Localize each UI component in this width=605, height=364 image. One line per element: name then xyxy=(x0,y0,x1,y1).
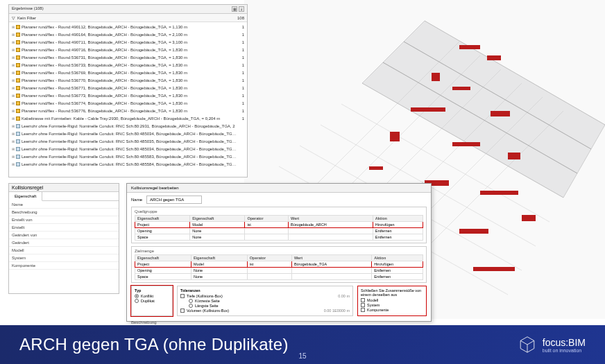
rule-row[interactable]: OpeningNoneEntfernen xyxy=(135,228,423,234)
result-count: 1 xyxy=(237,55,244,60)
result-count: 1 xyxy=(237,78,244,83)
results-list[interactable]: ⊞Planarer rund/flex - Round:490112, Büro… xyxy=(9,22,247,172)
filter-row[interactable]: ▽ Kein Filter 108 xyxy=(9,14,247,22)
svg-rect-31 xyxy=(459,229,488,234)
tolerance-box: Toleranzen Tiefe (Kollisions-Box) 0.00 m… xyxy=(177,286,353,316)
prop-value xyxy=(64,256,116,260)
radio-icon xyxy=(135,299,139,303)
result-row[interactable]: ⊞Planarer rund/flex - Round:536773, Büro… xyxy=(9,92,247,99)
warning-icon xyxy=(16,109,20,113)
property-row: Erstellt von xyxy=(9,216,119,224)
result-row[interactable]: ⊞Leerrohr ohne Formteile-Rigid: Nominell… xyxy=(9,153,247,160)
tab-eigenschaft[interactable]: Eigenschaft xyxy=(9,192,42,201)
warning-icon xyxy=(16,33,20,37)
export-icon[interactable]: ⤓ xyxy=(239,6,244,12)
result-text: Planarer rund/flex - Round:536731, Bürog… xyxy=(22,55,237,60)
result-row[interactable]: ⊞Planarer rund/flex - Round:490112, Büro… xyxy=(9,23,247,31)
result-row[interactable]: ⊞Planarer rund/flex - Round:536769, Büro… xyxy=(9,69,247,76)
result-row[interactable]: ⊞Leerrohr ohne Formteile-Rigid: Nominell… xyxy=(9,137,247,145)
result-count: 1 xyxy=(237,94,244,98)
tolerance-title: Toleranzen xyxy=(180,288,350,293)
chk-volume[interactable]: Volumen (Kollisions-Box) 0.00 1E0000 m xyxy=(180,309,350,313)
page-number: 15 xyxy=(298,352,306,360)
chk-system[interactable]: System xyxy=(361,303,423,307)
cube-icon xyxy=(16,124,20,128)
chk-depth[interactable]: Tiefe (Kollisions-Box) 0.00 m xyxy=(180,294,350,298)
radio-duplicate[interactable]: Duplikat xyxy=(135,299,169,303)
warning-icon xyxy=(16,78,20,83)
warning-icon xyxy=(16,101,20,105)
rule-row[interactable]: ProjectModelistBürogebäude_ARCHHinzufüge… xyxy=(135,222,423,228)
result-row[interactable]: ⊞Planarer rund/flex - Round:536776, Büro… xyxy=(9,107,247,114)
radio-shortest[interactable]: Kürzeste Seite xyxy=(189,299,350,303)
radio-icon xyxy=(189,299,193,303)
property-row: Komponente xyxy=(9,262,119,270)
property-row: Geändert von xyxy=(9,232,119,239)
svg-rect-20 xyxy=(452,87,470,90)
property-panel: Kollisionsregel Eigenschaft NameBeschrei… xyxy=(8,183,119,294)
result-row[interactable]: ⊞Planarer rund/flex - Round:536771, Büro… xyxy=(9,84,247,92)
result-row[interactable]: ⊞Planarer rund/flex - Round:490164, Büro… xyxy=(9,31,247,38)
property-rows: NameBeschreibungErstellt vonErstelltGeän… xyxy=(9,201,119,270)
prop-key: Geändert xyxy=(12,241,64,245)
prop-key: System xyxy=(12,256,64,260)
dialog-title: Kollisionsregel bearbeiten xyxy=(127,184,431,193)
prop-value xyxy=(64,218,116,222)
name-label: Name xyxy=(131,198,142,202)
result-text: Planarer rund/flex - Round:536774, Bürog… xyxy=(22,101,237,105)
result-row[interactable]: ⊞Planarer rund/flex - Round:536731, Büro… xyxy=(9,53,247,61)
rule-row[interactable]: SpaceNoneEntfernen xyxy=(135,234,423,241)
radio-conflict[interactable]: Konflikt xyxy=(135,294,169,298)
result-row[interactable]: ⊞Planarer rund/flex - Round:536774, Büro… xyxy=(9,99,247,107)
checkbox-icon xyxy=(180,309,185,313)
chk-model[interactable]: Modell xyxy=(361,298,423,302)
source-table[interactable]: EigenschaftEigenschaftOperatorWertAktion… xyxy=(135,215,423,241)
result-row[interactable]: ⊞Leerrohr ohne Formteile-Rigid: Nominell… xyxy=(9,145,247,153)
prop-value xyxy=(64,202,116,207)
radio-icon xyxy=(189,304,193,308)
warning-icon xyxy=(16,48,20,52)
result-row[interactable]: ⊞Planarer rund/flex - Round:490711, Büro… xyxy=(9,38,247,46)
result-row[interactable]: ⊞Planarer rund/flex - Round:536770, Büro… xyxy=(9,76,247,84)
svg-rect-17 xyxy=(459,45,480,49)
prop-key: Geändert von xyxy=(12,233,64,237)
warning-icon xyxy=(16,71,20,75)
slide-title: ARCH gegen TGA (ohne Duplikate) xyxy=(19,335,289,354)
filter-count: 108 xyxy=(232,16,244,20)
result-text: Planarer rund/flex - Round:536733, Bürog… xyxy=(22,63,237,67)
svg-rect-28 xyxy=(480,191,518,195)
prop-value xyxy=(64,263,116,268)
result-row[interactable]: ⊞Kabeltrasse mit Formteilen: Kable - Cab… xyxy=(9,114,247,122)
result-text: Planarer rund/flex - Round:490716, Bürog… xyxy=(22,48,237,52)
rule-row[interactable]: OpeningNoneEntfernen xyxy=(135,268,423,274)
result-row[interactable]: ⊞Planarer rund/flex - Round:536733, Büro… xyxy=(9,61,247,69)
target-table[interactable]: EigenschaftEigenschaftOperatorWertAktion… xyxy=(135,254,423,280)
result-count: 1 xyxy=(237,40,244,44)
warning-icon xyxy=(16,94,20,98)
cube-icon xyxy=(16,132,20,136)
result-text: Leerrohr ohne Formteile-Rigid: Nominelle… xyxy=(22,124,237,128)
result-count: 1 xyxy=(237,86,244,90)
warning-icon xyxy=(16,55,20,60)
checkbox-icon xyxy=(180,294,185,298)
svg-rect-23 xyxy=(390,132,400,141)
prop-key: Beschreibung xyxy=(12,210,64,214)
result-row[interactable]: ⊞Leerrohr ohne Formteile-Rigid: Nominell… xyxy=(9,130,247,137)
result-row[interactable]: ⊞Leerrohr ohne Formteile-Rigid: Nominell… xyxy=(9,160,247,168)
radio-longest[interactable]: Längste Seite xyxy=(189,304,350,308)
chk-component[interactable]: Komponente xyxy=(361,308,423,312)
warning-icon xyxy=(16,116,20,121)
result-count: 1 xyxy=(237,116,244,121)
slide-footer: ARCH gegen TGA (ohne Duplikate) 15 focus… xyxy=(0,325,605,364)
rule-row[interactable]: ProjectModelistBürogebäude_TGAHinzufügen xyxy=(135,261,423,268)
result-row[interactable]: ⊞Planarer rund/flex - Round:490716, Büro… xyxy=(9,46,247,53)
rule-row[interactable]: SpaceNoneEntfernen xyxy=(135,274,423,280)
svg-rect-22 xyxy=(491,111,510,116)
prop-value xyxy=(64,225,116,229)
result-row[interactable]: ⊞Leerrohr ohne Formteile-Rigid: Nominell… xyxy=(9,122,247,130)
name-input[interactable]: ARCH gegen TGA xyxy=(146,196,202,204)
checkbox-icon xyxy=(361,308,365,312)
columns-icon[interactable]: ▦ xyxy=(232,6,237,12)
result-count: 1 xyxy=(237,63,244,67)
result-text: Planarer rund/flex - Round:490711, Bürog… xyxy=(22,40,237,44)
